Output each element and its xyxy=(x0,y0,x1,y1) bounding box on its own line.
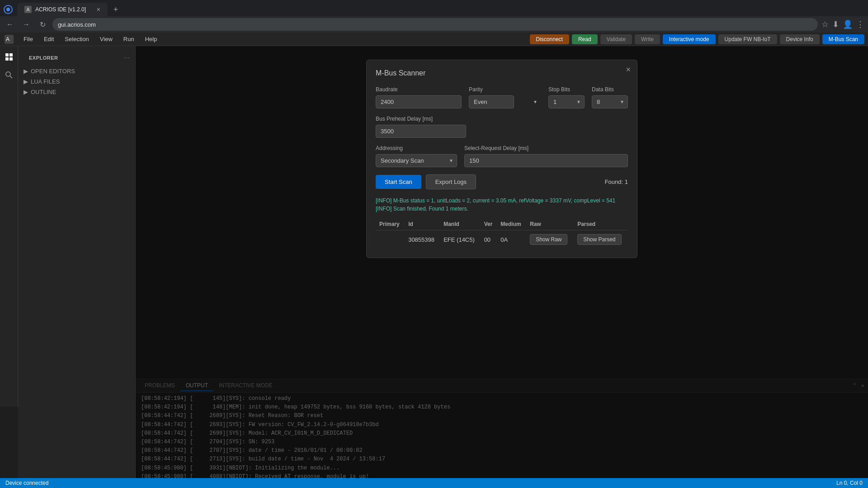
sidebar-icon-explorer[interactable] xyxy=(2,50,16,64)
sidebar-lua-files[interactable]: ▶ LUA FILES xyxy=(18,76,135,87)
explorer-label: EXPLORER xyxy=(24,53,64,62)
app: A File Edit Selection View Run Help Disc… xyxy=(0,33,868,488)
nav-bar: ← → ↻ gui.acrios.com ☆ ⬇ 👤 ⋮ xyxy=(0,16,868,33)
main-area: EXPLORER ··· ▶ OPEN EDITORS ▶ LUA FILES … xyxy=(0,46,868,478)
browser-chrome: A ACRIOS IDE [v1.2.0] × + ← → ↻ gui.acri… xyxy=(0,0,868,33)
data-bits-label: Data Bits xyxy=(592,86,628,93)
addressing-select[interactable]: Secondary Scan Primary Scan xyxy=(376,154,457,167)
stop-bits-select-wrapper: 1 2 ▼ xyxy=(548,95,585,108)
sidebar-content: EXPLORER ··· ▶ OPEN EDITORS ▶ LUA FILES … xyxy=(18,46,136,478)
tab-bar: A ACRIOS IDE [v1.2.0] × + xyxy=(0,0,868,16)
device-info-button[interactable]: Device Info xyxy=(780,34,820,44)
browser-icon xyxy=(4,5,13,14)
tab-acrios[interactable]: A ACRIOS IDE [v1.2.0] × xyxy=(17,3,108,16)
svg-point-8 xyxy=(6,72,10,76)
sidebar-outline[interactable]: ▶ OUTLINE xyxy=(18,87,135,97)
stop-bits-select[interactable]: 1 2 xyxy=(548,95,585,108)
new-tab-button[interactable]: + xyxy=(109,3,122,16)
results-table: Primary Id ManId Ver Medium Raw Parsed xyxy=(376,218,628,249)
reload-button[interactable]: ↻ xyxy=(36,18,49,31)
col-medium: Medium xyxy=(497,218,526,230)
form-row-2: Bus Preheat Delay [ms] xyxy=(376,116,628,138)
addressing-select-wrapper: Secondary Scan Primary Scan ▼ xyxy=(376,154,457,167)
app-logo: A xyxy=(0,33,18,46)
sidebar-icon-search[interactable] xyxy=(2,68,16,82)
menu-help[interactable]: Help xyxy=(140,34,163,44)
modal-overlay: M-Bus Scanner × Baudrate Parity Eve xyxy=(136,46,868,478)
parity-group: Parity Even Odd None ▼ xyxy=(469,86,541,108)
export-logs-button[interactable]: Export Logs xyxy=(426,174,476,189)
status-left: Device connected xyxy=(5,480,48,486)
menu-edit[interactable]: Edit xyxy=(38,34,59,44)
read-button[interactable]: Read xyxy=(572,34,598,44)
select-request-label: Select-Request Delay [ms] xyxy=(464,145,628,151)
svg-rect-6 xyxy=(5,57,9,61)
interactive-mode-button[interactable]: Interactive mode xyxy=(663,34,716,44)
svg-rect-7 xyxy=(9,57,13,61)
bus-preheat-group: Bus Preheat Delay [ms] xyxy=(376,116,466,138)
stop-bits-group: Stop Bits 1 2 ▼ xyxy=(548,86,585,108)
validate-button[interactable]: Validate xyxy=(600,34,632,44)
svg-line-9 xyxy=(10,76,12,78)
write-button[interactable]: Write xyxy=(635,34,660,44)
parity-select[interactable]: Even Odd None xyxy=(469,95,514,108)
status-right: Ln 0, Col 0 xyxy=(836,480,863,486)
mbus-scanner-modal: M-Bus Scanner × Baudrate Parity Eve xyxy=(366,60,637,258)
modal-close-button[interactable]: × xyxy=(626,66,631,74)
chevron-right-icon-lua: ▶ xyxy=(24,78,28,85)
baudrate-group: Baudrate xyxy=(376,86,462,108)
data-bits-select-wrapper: 8 7 ▼ xyxy=(592,95,628,108)
disconnect-button[interactable]: Disconnect xyxy=(530,34,569,44)
col-id: Id xyxy=(405,218,440,230)
svg-text:A: A xyxy=(6,36,9,42)
svg-rect-5 xyxy=(9,53,13,56)
show-raw-button[interactable]: Show Raw xyxy=(530,234,567,245)
download-icon[interactable]: ⬇ xyxy=(832,19,839,29)
forward-button[interactable]: → xyxy=(20,18,33,31)
tab-close-icon[interactable]: × xyxy=(97,6,100,13)
url-text: gui.acrios.com xyxy=(58,21,96,28)
data-bits-select[interactable]: 8 7 xyxy=(592,95,628,108)
form-row-3: Addressing Secondary Scan Primary Scan ▼… xyxy=(376,145,628,167)
sidebar-more-icon[interactable]: ··· xyxy=(124,54,130,62)
start-scan-button[interactable]: Start Scan xyxy=(376,175,421,189)
menu-icon[interactable]: ⋮ xyxy=(856,19,864,29)
addressing-label: Addressing xyxy=(376,145,457,151)
select-request-input[interactable] xyxy=(464,154,628,167)
found-label: Found: 1 xyxy=(605,178,628,185)
update-fw-button[interactable]: Update FW NB-IoT xyxy=(718,34,777,44)
form-row-1: Baudrate Parity Even Odd None xyxy=(376,86,628,108)
svg-point-1 xyxy=(6,8,10,11)
bus-preheat-label: Bus Preheat Delay [ms] xyxy=(376,116,466,122)
data-bits-group: Data Bits 8 7 ▼ xyxy=(592,86,628,108)
menu-selection[interactable]: Selection xyxy=(59,34,94,44)
menu-file[interactable]: File xyxy=(18,34,38,44)
baudrate-input[interactable] xyxy=(376,95,462,108)
col-manid: ManId xyxy=(440,218,480,230)
cell-medium: 0A xyxy=(497,230,526,249)
menu-run[interactable]: Run xyxy=(118,34,140,44)
back-button[interactable]: ← xyxy=(4,18,16,31)
parity-label: Parity xyxy=(469,86,541,93)
parity-chevron-icon: ▼ xyxy=(533,99,538,104)
show-parsed-button[interactable]: Show Parsed xyxy=(577,234,621,245)
cell-raw: Show Raw xyxy=(526,230,574,249)
bookmark-icon[interactable]: ☆ xyxy=(821,19,829,29)
address-bar[interactable]: gui.acrios.com xyxy=(52,18,818,31)
log-line-0: [INFO] M-Bus status = 1, unitLoads = 2, … xyxy=(376,197,628,205)
mbus-scan-button[interactable]: M-Bus Scan xyxy=(822,34,864,44)
cell-id: 30855398 xyxy=(405,230,440,249)
profile-icon[interactable]: 👤 xyxy=(843,19,853,29)
bus-preheat-input[interactable] xyxy=(376,125,466,138)
svg-rect-4 xyxy=(5,53,9,56)
cell-primary xyxy=(376,230,405,249)
baudrate-label: Baudrate xyxy=(376,86,462,93)
content-area: M-Bus Scanner × Baudrate Parity Eve xyxy=(136,46,868,478)
sidebar-open-editors[interactable]: ▶ OPEN EDITORS xyxy=(18,66,135,76)
menu-view[interactable]: View xyxy=(94,34,118,44)
addressing-group: Addressing Secondary Scan Primary Scan ▼ xyxy=(376,145,457,167)
log-area: [INFO] M-Bus status = 1, unitLoads = 2, … xyxy=(376,197,628,213)
chevron-right-icon: ▶ xyxy=(24,68,28,75)
menu-bar: A File Edit Selection View Run Help Disc… xyxy=(0,33,868,46)
parity-select-wrapper: Even Odd None ▼ xyxy=(469,95,541,108)
